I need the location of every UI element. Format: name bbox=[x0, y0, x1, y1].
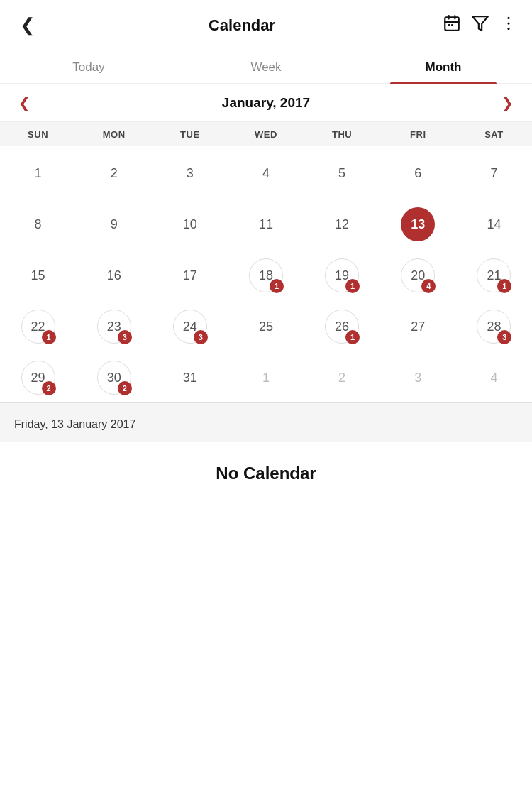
day-number: 6 bbox=[414, 166, 421, 181]
calendar-day-15[interactable]: 15 bbox=[0, 248, 76, 300]
day-headers: SUN MON TUE WED THU FRI SAT bbox=[0, 122, 532, 146]
calendar-day-24[interactable]: 243 bbox=[152, 300, 228, 351]
day-header-sat: SAT bbox=[456, 129, 532, 140]
calendar-day-27[interactable]: 27 bbox=[380, 300, 456, 351]
calendar-day-23[interactable]: 233 bbox=[76, 300, 152, 351]
calendar-day-7[interactable]: 7 bbox=[456, 146, 532, 197]
tab-today[interactable]: Today bbox=[0, 50, 177, 83]
event-badge: 2 bbox=[42, 381, 56, 395]
more-icon[interactable] bbox=[499, 14, 518, 37]
month-year-label: January, 2017 bbox=[38, 95, 494, 111]
calendar-day-31[interactable]: 31 bbox=[152, 351, 228, 402]
calendar-day-25[interactable]: 25 bbox=[228, 300, 304, 351]
day-number: 9 bbox=[111, 217, 118, 232]
day-number: 2 bbox=[338, 371, 345, 385]
calendar-day-1[interactable]: 1 bbox=[0, 146, 76, 197]
calendar-day-4[interactable]: 4 bbox=[228, 146, 304, 197]
day-header-fri: FRI bbox=[380, 129, 456, 140]
day-number: 3 bbox=[414, 371, 421, 385]
day-number: 31 bbox=[183, 371, 197, 385]
day-header-sun: SUN bbox=[0, 129, 76, 140]
next-month-button[interactable]: ❯ bbox=[494, 92, 521, 114]
day-number: 11 bbox=[259, 217, 273, 232]
calendar-day-20[interactable]: 204 bbox=[380, 248, 456, 300]
bottom-section: Friday, 13 January 2017 bbox=[0, 402, 532, 442]
calendar-day-29[interactable]: 292 bbox=[0, 351, 76, 402]
day-header-wed: WED bbox=[228, 129, 304, 140]
day-number: 4 bbox=[262, 166, 270, 181]
calendar-day-11[interactable]: 11 bbox=[228, 197, 304, 248]
calendar-day-5[interactable]: 5 bbox=[304, 146, 380, 197]
calendar-day-30[interactable]: 302 bbox=[76, 351, 152, 402]
day-number: 1 bbox=[35, 166, 42, 181]
calendar-day-21[interactable]: 211 bbox=[456, 248, 532, 300]
day-number: 15 bbox=[31, 268, 45, 283]
calendar-day-28[interactable]: 283 bbox=[456, 300, 532, 351]
month-navigation: ❮ January, 2017 ❯ bbox=[0, 84, 532, 122]
page-title: Calendar bbox=[41, 16, 443, 35]
calendar-day-next-2[interactable]: 2 bbox=[304, 351, 380, 402]
tab-week[interactable]: Week bbox=[177, 50, 355, 83]
day-number: 13 bbox=[411, 217, 425, 232]
day-number: 5 bbox=[338, 166, 345, 181]
calendar-day-next-3[interactable]: 3 bbox=[380, 351, 456, 402]
event-badge: 2 bbox=[118, 381, 132, 395]
day-number: 8 bbox=[35, 217, 42, 232]
calendar-day-6[interactable]: 6 bbox=[380, 146, 456, 197]
svg-rect-0 bbox=[445, 17, 459, 30]
tab-month[interactable]: Month bbox=[355, 50, 532, 83]
day-number: 27 bbox=[411, 319, 425, 334]
calendar-day-26[interactable]: 261 bbox=[304, 300, 380, 351]
event-badge: 1 bbox=[42, 330, 56, 344]
day-number: 25 bbox=[259, 319, 273, 334]
day-header-thu: THU bbox=[304, 129, 380, 140]
calendar-day-2[interactable]: 2 bbox=[76, 146, 152, 197]
header: ❮ Calendar bbox=[0, 0, 532, 50]
calendar-day-next-4[interactable]: 4 bbox=[456, 351, 532, 402]
calendar-day-8[interactable]: 8 bbox=[0, 197, 76, 248]
selected-date-label: Friday, 13 January 2017 bbox=[14, 418, 518, 431]
svg-marker-6 bbox=[472, 16, 488, 31]
event-badge: 1 bbox=[345, 279, 360, 293]
calendar-day-10[interactable]: 10 bbox=[152, 197, 228, 248]
calendar-day-16[interactable]: 16 bbox=[76, 248, 152, 300]
event-badge: 1 bbox=[497, 279, 511, 293]
day-number: 4 bbox=[490, 371, 497, 385]
day-header-tue: TUE bbox=[152, 129, 228, 140]
event-badge: 1 bbox=[345, 330, 360, 344]
calendar-day-3[interactable]: 3 bbox=[152, 146, 228, 197]
day-number: 12 bbox=[335, 217, 349, 232]
calendar-day-12[interactable]: 12 bbox=[304, 197, 380, 248]
svg-point-9 bbox=[507, 27, 509, 29]
calendar-day-14[interactable]: 14 bbox=[456, 197, 532, 248]
calendar-day-9[interactable]: 9 bbox=[76, 197, 152, 248]
event-badge: 3 bbox=[497, 330, 511, 344]
event-badge: 3 bbox=[194, 330, 208, 344]
calendar-day-22[interactable]: 221 bbox=[0, 300, 76, 351]
day-number: 10 bbox=[183, 217, 197, 232]
day-number: 1 bbox=[262, 371, 270, 385]
calendar-icon[interactable] bbox=[443, 14, 461, 37]
day-number: 16 bbox=[107, 268, 121, 283]
svg-point-8 bbox=[507, 22, 509, 24]
calendar-grid: 1234567891011121314151617181191204211221… bbox=[0, 146, 532, 402]
event-badge: 1 bbox=[270, 279, 284, 293]
day-number: 7 bbox=[490, 166, 497, 181]
no-calendar-label: No Calendar bbox=[0, 442, 532, 498]
calendar-day-18[interactable]: 181 bbox=[228, 248, 304, 300]
view-tabs: Today Week Month bbox=[0, 50, 532, 84]
filter-icon[interactable] bbox=[471, 14, 489, 37]
event-badge: 4 bbox=[421, 279, 436, 293]
calendar-day-17[interactable]: 17 bbox=[152, 248, 228, 300]
calendar-day-next-1[interactable]: 1 bbox=[228, 351, 304, 402]
calendar-day-13[interactable]: 13 bbox=[380, 197, 456, 248]
day-number: 2 bbox=[111, 166, 118, 181]
calendar-day-19[interactable]: 191 bbox=[304, 248, 380, 300]
event-badge: 3 bbox=[118, 330, 132, 344]
prev-month-button[interactable]: ❮ bbox=[11, 92, 38, 114]
header-actions bbox=[443, 14, 518, 37]
day-header-mon: MON bbox=[76, 129, 152, 140]
day-number: 3 bbox=[187, 166, 194, 181]
back-button[interactable]: ❮ bbox=[14, 11, 41, 39]
day-number: 17 bbox=[183, 268, 197, 283]
